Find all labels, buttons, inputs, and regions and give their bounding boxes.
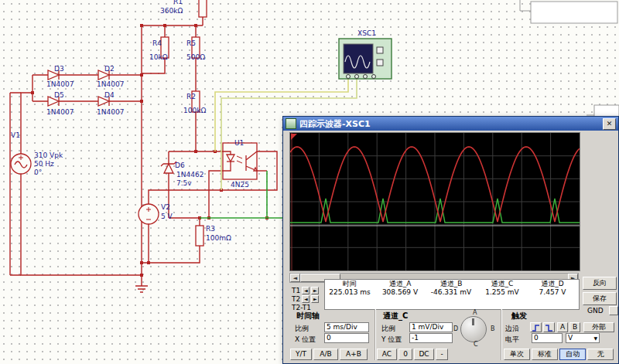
oscilloscope-icon bbox=[286, 118, 296, 129]
scope-titlebar[interactable]: 四踪示波器-XSC1 ✕ bbox=[283, 117, 618, 131]
trigger-edge-label: 边沿 bbox=[505, 324, 519, 334]
close-button[interactable]: ✕ bbox=[603, 118, 616, 130]
multisim-canvas: R1360kΩR410kΩR5500ΩR2100kΩD31N4007D21N40… bbox=[0, 0, 619, 364]
separator bbox=[501, 309, 502, 360]
resistor-r4[interactable] bbox=[161, 37, 169, 58]
scope-title: 四踪示波器-XSC1 bbox=[299, 118, 600, 130]
scroll-left-button[interactable]: ◄ bbox=[290, 274, 300, 282]
ground-label: GND bbox=[587, 307, 604, 315]
oscilloscope-window: 四踪示波器-XSC1 ✕ ◄ ► T1◄► T2◄► T2-T1 bbox=[282, 116, 619, 364]
source-v2[interactable] bbox=[139, 204, 159, 224]
trigger-level-unit-select[interactable]: V▼ bbox=[566, 333, 600, 343]
timebase-title: 时间轴 bbox=[296, 311, 320, 321]
diode-d5[interactable] bbox=[48, 97, 59, 106]
t2-left-button[interactable]: ◄ bbox=[302, 295, 310, 303]
components[interactable] bbox=[11, 0, 257, 246]
channel-ypos-input[interactable]: -1 bbox=[409, 333, 453, 343]
t1-channel-c-value: 1.255 mV bbox=[477, 288, 528, 297]
t1-right-button[interactable]: ► bbox=[311, 287, 319, 294]
cursor-marker[interactable] bbox=[291, 134, 297, 140]
ground-button[interactable] bbox=[609, 306, 618, 315]
readout-t1-row: 225.013 ms 308.569 V -46.331 mV 1.255 mV… bbox=[325, 288, 579, 297]
optocoupler-u1[interactable] bbox=[223, 143, 257, 179]
channel-scale-input[interactable]: 1 mV/Div bbox=[409, 322, 453, 332]
trigger-level-label: 电平 bbox=[505, 335, 519, 345]
readout-header-channel-b: 通道_B bbox=[426, 280, 477, 288]
readout-header-time: 时间 bbox=[325, 280, 374, 288]
rising-edge-button[interactable] bbox=[530, 322, 542, 332]
knob-letter-d: D bbox=[453, 325, 458, 332]
t1-channel-a-value: 308.569 V bbox=[374, 288, 426, 297]
trigger-normal-button[interactable]: 标准 bbox=[532, 349, 558, 360]
dropdown-arrow-icon: ▼ bbox=[593, 334, 597, 342]
channel-select-knob[interactable] bbox=[460, 316, 487, 342]
trigger-single-button[interactable]: 单次 bbox=[504, 349, 530, 360]
trigger-auto-button[interactable]: 自动 bbox=[559, 349, 586, 360]
readout-panel: 时间 通道_A 通道_B 通道_C 通道_D 225.013 ms 308.56… bbox=[324, 279, 580, 310]
reverse-button[interactable]: 反向 bbox=[583, 277, 617, 290]
knob-letter-c: C bbox=[474, 341, 478, 348]
trigger-source-b-button[interactable]: B bbox=[569, 322, 580, 332]
ab-mode-button[interactable]: A/B bbox=[313, 349, 338, 360]
resistor-r2[interactable] bbox=[192, 91, 200, 112]
minus-coupling-button[interactable]: - bbox=[436, 349, 448, 360]
separator bbox=[374, 309, 376, 360]
readout-header-channel-a: 通道_A bbox=[374, 280, 426, 288]
t1-left-button[interactable]: ◄ bbox=[302, 287, 310, 294]
peripheral-parts bbox=[520, 0, 619, 125]
diode-d3[interactable] bbox=[48, 70, 59, 80]
timebase-scale-input[interactable]: 5 ms/Div bbox=[324, 322, 369, 332]
trigger-level-unit: V bbox=[568, 334, 573, 342]
t1-channel-d-value: 7.457 V bbox=[528, 288, 577, 297]
ac-coupling-button[interactable]: AC bbox=[377, 349, 397, 360]
yt-mode-button[interactable]: Y/T bbox=[290, 349, 312, 360]
a-plus-b-mode-button[interactable]: A+B bbox=[340, 349, 368, 360]
cursor-row-t1: T1◄► bbox=[292, 287, 319, 294]
timebase-scale-label: 比例 bbox=[295, 324, 309, 334]
knob-letter-b: B bbox=[491, 325, 495, 332]
zero-coupling-button[interactable]: 0 bbox=[398, 349, 412, 360]
resistor-r3[interactable] bbox=[196, 226, 203, 246]
save-button[interactable]: 保存 bbox=[583, 292, 617, 305]
trigger-title: 触发 bbox=[511, 311, 527, 321]
channel-ypos-label: Y 位置 bbox=[381, 335, 402, 345]
trigger-level-input[interactable]: 0 bbox=[532, 333, 563, 343]
t2-label: T2 bbox=[292, 295, 300, 303]
knob-letter-a: A bbox=[473, 309, 477, 316]
trigger-external-button[interactable]: 外部 bbox=[583, 322, 614, 332]
dc-coupling-button[interactable]: DC bbox=[414, 349, 434, 360]
falling-edge-button[interactable] bbox=[543, 322, 555, 332]
cursor-row-t2: T2◄► bbox=[292, 295, 319, 303]
xsc1-instrument-icon[interactable] bbox=[339, 39, 392, 79]
t1-channel-b-value: -46.331 mV bbox=[426, 288, 477, 297]
readout-header-channel-d: 通道_D bbox=[528, 280, 577, 288]
resistor-r1[interactable] bbox=[199, 0, 207, 17]
channel-c-title: 通道_C bbox=[383, 311, 408, 321]
falling-edge-icon bbox=[545, 325, 553, 332]
diode-d4[interactable] bbox=[98, 97, 109, 106]
zener-d6[interactable] bbox=[161, 162, 176, 173]
trigger-none-button[interactable]: 无 bbox=[587, 349, 614, 360]
rising-edge-icon bbox=[532, 325, 540, 332]
diode-d2[interactable] bbox=[98, 70, 109, 80]
source-v1[interactable] bbox=[11, 154, 31, 174]
t1-time-value: 225.013 ms bbox=[325, 288, 374, 297]
scope-display[interactable] bbox=[289, 132, 580, 271]
trigger-source-a-button[interactable]: A bbox=[557, 322, 568, 332]
resistor-r5[interactable] bbox=[192, 37, 200, 58]
timebase-xpos-label: X 位置 bbox=[295, 335, 316, 345]
readout-header-channel-c: 通道_C bbox=[477, 280, 528, 288]
timebase-xpos-input[interactable]: 0 bbox=[324, 333, 369, 343]
t2-right-button[interactable]: ► bbox=[311, 295, 319, 303]
channel-scale-label: 比例 bbox=[381, 324, 395, 334]
readout-header-row: 时间 通道_A 通道_B 通道_C 通道_D bbox=[325, 280, 579, 288]
t1-label: T1 bbox=[292, 287, 300, 294]
